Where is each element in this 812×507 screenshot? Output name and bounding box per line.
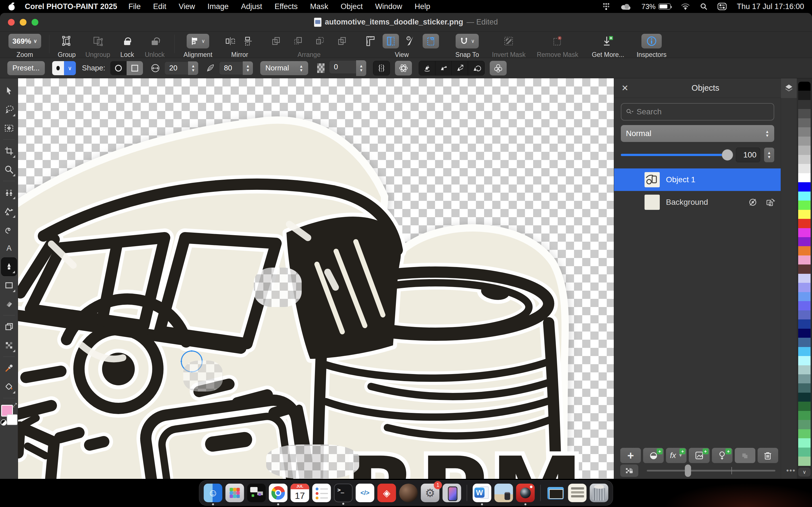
mirror-vertical-button[interactable] <box>243 36 255 47</box>
group-button[interactable]: Group <box>58 34 76 59</box>
battery-indicator[interactable]: 73% <box>642 3 671 11</box>
dock-icon-diamond[interactable]: ◈ <box>377 484 396 502</box>
rotate-stroke-button[interactable] <box>468 61 485 75</box>
transparency-spinner[interactable]: 0 ▲▼ <box>329 60 366 76</box>
app-menu-title[interactable]: Corel PHOTO-PAINT 2025 <box>25 2 117 11</box>
menu-item-object[interactable]: Object <box>341 2 363 11</box>
freehand-smooth-button[interactable] <box>452 61 468 75</box>
palette-swatch[interactable] <box>798 448 811 457</box>
dock-icon-reminders[interactable] <box>312 484 331 502</box>
mirror-horizontal-button[interactable] <box>225 36 236 47</box>
search-input[interactable] <box>637 107 769 116</box>
palette-swatch[interactable] <box>798 256 811 265</box>
palette-swatch[interactable] <box>798 356 811 365</box>
close-window-button[interactable] <box>8 19 15 25</box>
dock-icon-folder[interactable] <box>546 484 565 502</box>
palette-swatch[interactable] <box>798 237 811 246</box>
opacity-slider[interactable] <box>621 154 732 156</box>
layers-flyout-button[interactable] <box>781 78 797 98</box>
object-pick-tool[interactable] <box>1 318 17 336</box>
palette-swatch[interactable] <box>798 420 811 429</box>
transparency-stepper[interactable]: ▲▼ <box>356 60 366 76</box>
palette-swatch[interactable] <box>798 374 811 383</box>
menu-item-mask[interactable]: Mask <box>310 2 328 11</box>
page-border-button[interactable] <box>423 34 439 48</box>
brush-cluster-button[interactable] <box>490 61 507 75</box>
add-effect-button[interactable]: fx▼ + <box>666 448 687 463</box>
smear-tool[interactable] <box>1 220 17 239</box>
opacity-value[interactable]: 100 <box>736 148 760 162</box>
close-panel-button[interactable]: ✕ <box>621 83 628 93</box>
search-field[interactable] <box>621 103 774 121</box>
palette-swatch[interactable] <box>798 246 811 255</box>
palette-swatch[interactable] <box>798 127 811 136</box>
palette-swatch[interactable] <box>798 329 811 338</box>
pick-tool[interactable] <box>1 82 17 100</box>
palette-swatch[interactable] <box>798 136 811 146</box>
get-more-button[interactable]: Get More... <box>592 34 624 59</box>
dock-icon-files[interactable] <box>568 484 587 502</box>
lock-button[interactable]: Lock <box>120 34 134 59</box>
dock-icon-photos[interactable] <box>495 484 513 502</box>
palette-swatch[interactable] <box>798 429 811 438</box>
visibility-off-icon[interactable] <box>748 198 758 207</box>
opacity-stepper[interactable]: ▲▼ <box>764 148 774 162</box>
palette-swatch[interactable] <box>798 383 811 392</box>
window-title-bar[interactable]: automotive_items_doodle_sticker.png — Ed… <box>0 13 812 32</box>
paint-tool[interactable] <box>1 258 17 276</box>
zoom-tool[interactable] <box>1 160 17 179</box>
snap-to-button[interactable]: ∨ <box>456 34 478 48</box>
palette-swatch[interactable] <box>798 100 811 109</box>
wifi-icon[interactable] <box>681 3 690 10</box>
new-from-mask-button[interactable]: + <box>689 448 709 463</box>
lock-transparency-button[interactable] <box>620 464 638 477</box>
text-tool[interactable]: A <box>1 239 17 258</box>
rectangle-tool[interactable] <box>1 276 17 295</box>
palette-swatch[interactable] <box>798 219 811 228</box>
dock-icon-finder[interactable]: ☺ <box>204 484 222 502</box>
line-stroke-button[interactable] <box>435 61 452 75</box>
menu-clock[interactable]: Thu 17 Jul 17:16:00 <box>737 2 804 11</box>
feather-value[interactable]: 80 <box>219 61 243 75</box>
palette-swatch[interactable] <box>798 191 811 201</box>
object-transparency-tool[interactable] <box>1 336 17 355</box>
fill-tool[interactable] <box>1 378 17 396</box>
palette-swatch[interactable] <box>798 292 811 301</box>
menu-item-help[interactable]: Help <box>414 2 430 11</box>
preset-button[interactable]: Preset... <box>7 61 45 75</box>
thumbnail-size-slider[interactable] <box>647 470 775 471</box>
feather-spinner[interactable]: 80 ▲▼ <box>219 61 253 75</box>
anti-alias-toggle[interactable] <box>373 61 390 75</box>
dock-icon-settings[interactable]: ⚙1 <box>421 484 440 502</box>
palette-swatch[interactable] <box>798 182 811 191</box>
palette-swatch[interactable] <box>798 457 811 466</box>
palette-swatch[interactable] <box>798 118 811 127</box>
palette-swatch[interactable] <box>798 146 811 155</box>
dock-icon-word[interactable]: W <box>473 484 492 502</box>
dock-icon-iphone[interactable] <box>443 484 461 502</box>
alignment-button[interactable]: ∨ <box>187 34 209 48</box>
inspectors-button[interactable] <box>642 34 662 48</box>
swap-colors-icon[interactable]: ⤢ <box>12 402 17 408</box>
menu-item-adjust[interactable]: Adjust <box>241 2 262 11</box>
merge-mode-select[interactable]: Normal▲▼ <box>260 61 308 75</box>
drop-shadow-button[interactable]: + <box>712 448 732 463</box>
palette-swatch[interactable] <box>798 365 811 374</box>
menu-item-window[interactable]: Window <box>375 2 402 11</box>
ruler-toggle-button[interactable] <box>364 35 377 47</box>
menu-item-edit[interactable]: Edit <box>153 2 166 11</box>
dock-icon-planet[interactable] <box>399 484 418 502</box>
palette-swatch[interactable] <box>798 82 811 91</box>
background-color-swatch[interactable] <box>7 414 17 425</box>
palette-swatch[interactable] <box>798 201 811 210</box>
object-row-object-1[interactable]: Object 1 <box>614 168 781 191</box>
nib-shape-toggle[interactable] <box>110 61 143 75</box>
square-nib-option[interactable] <box>126 61 143 75</box>
search-icon[interactable] <box>700 3 707 10</box>
palette-swatch[interactable] <box>798 393 811 402</box>
dock-icon-launchpad[interactable] <box>225 484 244 502</box>
new-object-button[interactable]: + <box>620 448 641 463</box>
shape-edit-tool[interactable] <box>1 202 17 220</box>
dock-icon-chrome[interactable] <box>269 484 288 502</box>
eyedropper-tool[interactable] <box>1 359 17 378</box>
